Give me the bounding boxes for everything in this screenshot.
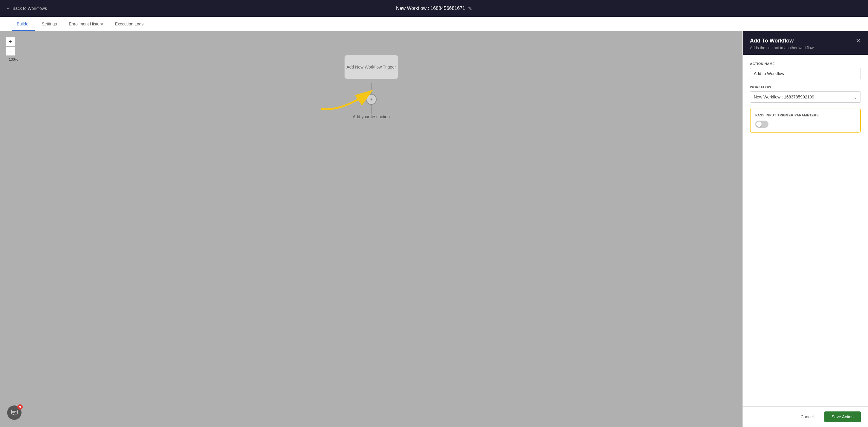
arrow-annotation (312, 79, 390, 118)
zoom-in-button[interactable]: + (6, 37, 15, 46)
chat-icon (11, 410, 18, 416)
pass-input-section: PASS INPUT TRIGGER PARAMETERS (750, 109, 861, 133)
trigger-node[interactable]: Add New Workflow Trigger (344, 55, 398, 79)
trigger-node-label: Add New Workflow Trigger (346, 65, 396, 69)
toggle-wrapper (755, 121, 856, 128)
workflow-label: WORKFLOW (750, 85, 861, 89)
right-panel: Add To Workflow ✕ Adds the contact to an… (742, 31, 868, 427)
back-to-workflows-button[interactable]: ← Back to Workflows (6, 6, 47, 11)
close-panel-button[interactable]: ✕ (856, 37, 861, 44)
action-name-label: ACTION NAME (750, 62, 861, 65)
panel-subtitle: Adds the contact to another workflow (750, 46, 861, 50)
back-arrow-icon: ← (6, 6, 10, 11)
zoom-out-button[interactable]: − (6, 47, 15, 56)
notification-badge[interactable]: 9 (7, 405, 22, 420)
main-area: + − 100% Add New Workflow Trigger + Add … (0, 31, 868, 427)
edit-title-icon[interactable]: ✎ (468, 6, 472, 11)
tab-enrollment-history[interactable]: Enrollment History (64, 18, 107, 31)
svg-rect-1 (11, 410, 17, 414)
svg-marker-4 (12, 414, 14, 415)
zoom-controls: + − 100% (6, 37, 21, 62)
add-first-action-label: Add your first action (353, 114, 390, 119)
workflow-title-area: New Workflow : 1688456681671 ✎ (396, 6, 472, 11)
notification-count: 9 (17, 404, 23, 410)
save-action-button[interactable]: Save Action (824, 411, 861, 422)
tab-builder[interactable]: Builder (12, 18, 35, 31)
toggle-slider (755, 121, 769, 128)
connector-line-bottom (371, 105, 372, 114)
panel-body: ACTION NAME WORKFLOW New Workflow : 1683… (743, 55, 868, 406)
workflow-select[interactable]: New Workflow : 1683785992109 (750, 91, 861, 103)
back-label: Back to Workflows (12, 6, 47, 11)
panel-footer: Cancel Save Action (743, 406, 868, 427)
pass-input-toggle[interactable] (755, 121, 769, 128)
tab-bar: Builder Settings Enrollment History Exec… (0, 17, 868, 31)
add-action-icon: + (370, 96, 373, 103)
workflow-title: New Workflow : 1688456681671 (396, 6, 465, 11)
zoom-level: 100% (6, 57, 21, 62)
action-name-input[interactable] (750, 68, 861, 79)
panel-title-row: Add To Workflow ✕ (750, 37, 861, 44)
workflow-canvas: + − 100% Add New Workflow Trigger + Add … (0, 31, 742, 427)
workflow-select-wrapper: New Workflow : 1683785992109 ⌄ (750, 91, 861, 103)
top-nav: ← Back to Workflows New Workflow : 16884… (0, 0, 868, 17)
cancel-button[interactable]: Cancel (793, 411, 821, 422)
connector-line-top (371, 83, 372, 94)
pass-input-label: PASS INPUT TRIGGER PARAMETERS (755, 113, 856, 117)
panel-title-text: Add To Workflow (750, 38, 794, 44)
add-action-button[interactable]: + (366, 94, 377, 105)
tab-execution-logs[interactable]: Execution Logs (110, 18, 149, 31)
tab-settings[interactable]: Settings (37, 18, 62, 31)
notification-icon[interactable]: 9 (7, 405, 22, 420)
panel-header: Add To Workflow ✕ Adds the contact to an… (743, 31, 868, 55)
